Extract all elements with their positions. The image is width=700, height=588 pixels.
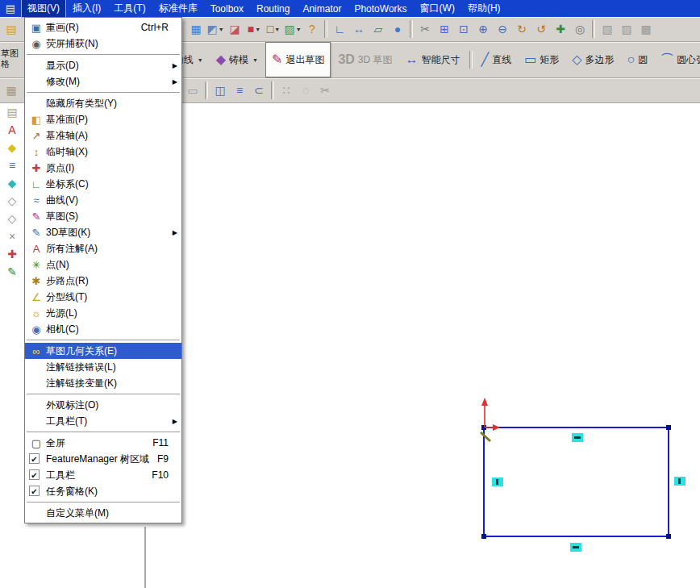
shaded-display-icon[interactable]: ■ ▼ (245, 19, 263, 39)
menu-item-axes[interactable]: ↗ ✔ 基准轴(A) ▶ (25, 127, 181, 144)
dimension-icon[interactable]: ↔ ▼ (350, 19, 368, 39)
grid-settings-icon[interactable]: ▦ (2, 81, 20, 100)
gem-icon[interactable]: ◆ (3, 176, 21, 190)
dropdown-arrow-icon[interactable]: ▼ (219, 27, 224, 32)
menu-item-annotation-link-variables[interactable]: ✔ 注解链接变量(K) ▶ (25, 375, 181, 391)
material-icon[interactable]: ◆ (3, 140, 21, 155)
origin-axes-icon[interactable]: ✚ (3, 247, 21, 261)
zoom-fit-icon[interactable]: ⊞ ▼ (435, 19, 453, 39)
menu-item-cameras[interactable]: ◉ ✔ 相机(C) ▶ (25, 321, 181, 337)
menu-item-curves[interactable]: ≈ ✔ 曲线(V) ▶ (25, 192, 181, 208)
view-sphere-icon[interactable]: ● ▼ (389, 19, 406, 39)
plane-outline-icon[interactable]: ◇ (3, 194, 21, 208)
polygon-button[interactable]: ◇ 多边形 ▼ (566, 43, 619, 77)
standard-views-icon[interactable]: ▧ ▼ (598, 19, 616, 39)
menu-item-customize-menu[interactable]: ✔ 自定义菜单(M) ▶ (25, 505, 181, 521)
dropdown-arrow-icon[interactable]: ▼ (198, 57, 203, 63)
normal-to-icon[interactable]: ▨ ▼ (618, 19, 635, 39)
dropdown-arrow-icon[interactable]: ▼ (255, 27, 260, 32)
trim-entities-icon[interactable]: ✂ (316, 81, 334, 100)
menubar-item-routing[interactable]: Routing (250, 1, 296, 17)
menu-item-points[interactable]: ✳ ✔ 点(N) ▶ (25, 256, 181, 273)
dropdown-arrow-icon[interactable]: ▼ (252, 57, 258, 63)
select-filter-icon[interactable]: ▦ ▼ (187, 19, 205, 39)
menu-item-planes[interactable]: ◧ ✔ 基准面(P) ▶ (25, 111, 181, 127)
menubar-item-insert[interactable]: 插入(I) (66, 0, 107, 18)
display-relations-icon[interactable]: ▭ (184, 81, 202, 100)
annotation-a-icon[interactable]: A (3, 123, 21, 137)
dropdown-arrow-icon[interactable]: ▼ (296, 27, 302, 32)
menu-item-3d-sketches[interactable]: ✎ ✔ 3D草图(K) ▶ (25, 224, 181, 240)
part-document-icon[interactable]: ▤ (3, 105, 21, 119)
note-icon[interactable]: ▱ ▼ (369, 19, 387, 39)
sketch-vertex[interactable] (666, 534, 671, 539)
menubar-item-view[interactable]: 视图(V) (21, 0, 66, 18)
plane-outline2-icon[interactable]: ◇ (3, 211, 21, 226)
menubar-item-photoworks[interactable]: PhotoWorks (348, 1, 413, 17)
menubar-item-window[interactable]: 窗口(W) (414, 0, 461, 18)
help-icon[interactable]: ? ▼ (303, 19, 321, 39)
menu-item-featuremanager-area[interactable]: ✔ FeatureManager 树区域 F9 ▶ (25, 451, 181, 467)
sketch-3d-button[interactable]: 3D 3D 草图 ▼ (332, 43, 398, 77)
measure-icon[interactable]: ∟ ▼ (331, 19, 348, 39)
menu-item-toolbars-submenu[interactable]: ✔ 工具栏(T) ▶ (25, 413, 181, 429)
menu-item-coordinate-systems[interactable]: ∟ ✔ 坐标系(C) ▶ (25, 176, 181, 192)
pan-icon[interactable]: ✚ ▼ (552, 19, 569, 39)
edit-sketch-icon[interactable]: ✎ (3, 265, 21, 279)
menubar-item-animator[interactable]: Animator (296, 1, 348, 17)
menubar-item-tools[interactable]: 工具(T) (107, 0, 152, 18)
mold-button[interactable]: ◆ 铸模 ▼ (210, 43, 264, 77)
hidden-lines-icon[interactable]: ▨ ▼ (284, 19, 302, 39)
linear-pattern-icon[interactable]: ∷ (277, 81, 295, 100)
mirror-entities-icon[interactable]: ◫ (211, 81, 229, 100)
menu-item-annotation-link-errors[interactable]: ✔ 注解链接错误(L) ▶ (25, 359, 181, 375)
view-orientation-icon[interactable]: ◩ ▼ (206, 19, 224, 39)
circular-pattern-icon[interactable]: ◌ (297, 81, 315, 100)
menubar-item-standard-parts[interactable]: 标准件库 (152, 0, 204, 18)
menu-item-origins[interactable]: ✚ ✔ 原点(I) ▶ (25, 160, 181, 176)
circle-button[interactable]: ○ 圆 ▼ (622, 43, 654, 77)
offset-entities-icon[interactable]: ≡ (231, 81, 248, 100)
menu-item-routing-points[interactable]: ✱ ✔ 步路点(R) ▶ (25, 273, 181, 289)
menu-item-hide-all-types[interactable]: ✔ 隐藏所有类型(Y) ▶ (25, 95, 181, 111)
sketch-rectangle[interactable] (484, 427, 669, 536)
menu-item-toolbars-toggle[interactable]: ✔ 工具栏 F10 ▶ (25, 467, 181, 483)
menu-item-modify[interactable]: ✔ 修改(M) ▶ (25, 73, 181, 90)
rectangle-button[interactable]: ▭ 矩形 ▼ (519, 43, 565, 77)
sketch-vertex[interactable] (481, 534, 486, 539)
zoom-area-icon[interactable]: ⊡ ▼ (455, 19, 473, 39)
dropdown-arrow-icon[interactable]: ▼ (274, 27, 280, 32)
design-tree-icon[interactable]: ≡ (3, 158, 21, 173)
wireframe-icon[interactable]: ▩ ▼ (637, 19, 655, 39)
menu-item-sketch-relations[interactable]: ∞ ✔ 草图几何关系(E) ▶ (25, 343, 181, 359)
menu-item-full-screen[interactable]: ▢ ✔ 全屏 F11 ▶ (25, 435, 181, 451)
menu-item-appearance-callouts[interactable]: ✔ 外观标注(O) ▶ (25, 397, 181, 413)
section-view-icon[interactable]: ◪ ▼ (226, 19, 244, 39)
cross-icon[interactable]: × (3, 229, 21, 244)
open-document-icon[interactable]: ▤ ▼ (2, 19, 20, 39)
menu-item-parting-lines[interactable]: ∠ ✔ 分型线(T) ▶ (25, 289, 181, 305)
menu-item-task-pane[interactable]: ✔ 任务窗格(K) ▶ (25, 483, 181, 499)
roll-view-icon[interactable]: ↺ ▼ (532, 19, 550, 39)
3d-rotate-icon[interactable]: ◎ ▼ (571, 19, 589, 39)
smart-dimension-button[interactable]: ↔ 智能尺寸 ▼ (400, 43, 466, 77)
menubar-item-toolbox[interactable]: Toolbox (204, 1, 250, 17)
line-button[interactable]: ╱ 直线 ▼ (476, 43, 518, 77)
centerpoint-arc-button[interactable]: ⌒ 圆心弧 ▼ (655, 43, 700, 77)
menu-item-lights[interactable]: ☼ ✔ 光源(L) ▶ (25, 305, 181, 321)
section-tool-icon[interactable]: ✂ ▼ (416, 19, 434, 39)
document-icon[interactable]: ▤ (0, 2, 21, 15)
display-style-icon[interactable]: □ ▼ (265, 19, 282, 39)
menu-item-redraw[interactable]: ▣ ✔ 重画(R) Ctrl+R ▶ (25, 19, 181, 35)
zoom-in-icon[interactable]: ⊕ ▼ (474, 19, 492, 39)
zoom-out-icon[interactable]: ⊖ ▼ (494, 19, 511, 39)
menu-item-display[interactable]: ✔ 显示(D) ▶ (25, 57, 181, 73)
exit-sketch-button[interactable]: ✎ 退出草图 ▼ (265, 42, 331, 77)
sketch-vertex[interactable] (666, 425, 671, 430)
menu-item-all-annotations[interactable]: A ✔ 所有注解(A) ▶ (25, 240, 181, 256)
menu-item-screen-capture[interactable]: ◉ ✔ 荧屏捕获(N) ▶ (25, 35, 181, 52)
rotate-view-icon[interactable]: ↻ ▼ (513, 19, 531, 39)
menubar-item-help[interactable]: 帮助(H) (461, 0, 507, 18)
convert-entities-icon[interactable]: ⊂ (250, 81, 268, 100)
menu-item-sketches[interactable]: ✎ ✔ 草图(S) ▶ (25, 208, 181, 224)
